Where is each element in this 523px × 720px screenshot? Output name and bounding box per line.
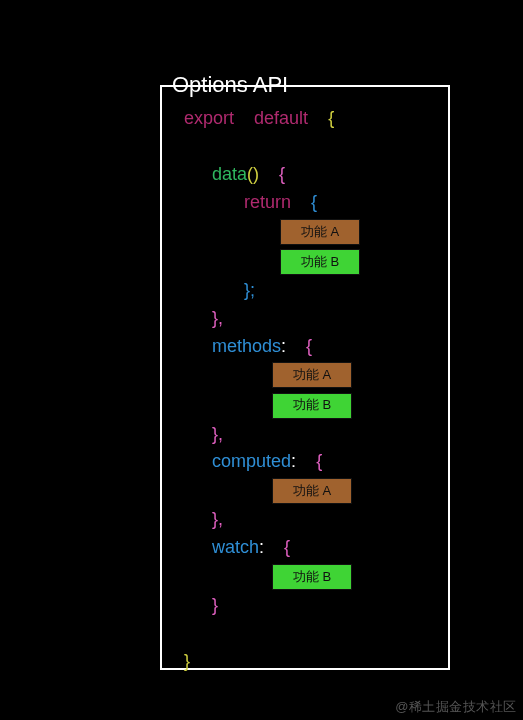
line-data: data() {: [184, 161, 438, 189]
data-parens: (): [247, 164, 259, 184]
line-watch: watch: {: [184, 534, 438, 562]
line-return: return {: [184, 189, 438, 217]
computed-feature-a-row: 功能 A: [184, 476, 438, 506]
colon-methods: :: [281, 336, 286, 356]
comma-computed: ,: [218, 509, 223, 529]
code-block: export default { data() { return { 功能 A …: [184, 105, 438, 676]
line-return-close: };: [184, 277, 438, 305]
line-computed-close: },: [184, 506, 438, 534]
line-methods: methods: {: [184, 333, 438, 361]
brace-open-watch: {: [284, 537, 290, 557]
options-api-panel: export default { data() { return { 功能 A …: [160, 85, 450, 670]
brace-open-methods: {: [306, 336, 312, 356]
feature-tag-a: 功能 A: [272, 362, 352, 388]
semicolon: ;: [250, 280, 255, 300]
brace-open-main: {: [328, 108, 334, 128]
data-feature-a-row: 功能 A: [184, 217, 438, 247]
feature-tag-b: 功能 B: [280, 249, 360, 275]
brace-open-data: {: [279, 164, 285, 184]
brace-open-computed: {: [316, 451, 322, 471]
keyword-methods: methods: [212, 336, 281, 356]
line-main-close: }: [184, 648, 438, 676]
methods-feature-b-row: 功能 B: [184, 390, 438, 420]
keyword-watch: watch: [212, 537, 259, 557]
line-methods-close: },: [184, 421, 438, 449]
feature-tag-a: 功能 A: [272, 478, 352, 504]
keyword-data: data: [212, 164, 247, 184]
data-feature-b-row: 功能 B: [184, 247, 438, 277]
brace-close-main: }: [184, 651, 190, 671]
line-watch-close: }: [184, 592, 438, 620]
brace-close-watch: }: [212, 595, 218, 615]
line-computed: computed: {: [184, 448, 438, 476]
keyword-export: export: [184, 108, 234, 128]
keyword-default: default: [254, 108, 308, 128]
keyword-return: return: [244, 192, 291, 212]
brace-open-return: {: [311, 192, 317, 212]
feature-tag-b: 功能 B: [272, 393, 352, 419]
methods-feature-a-row: 功能 A: [184, 360, 438, 390]
colon-watch: :: [259, 537, 264, 557]
line-export: export default {: [184, 105, 438, 133]
comma-methods: ,: [218, 424, 223, 444]
feature-tag-b: 功能 B: [272, 564, 352, 590]
blank-line-2: [184, 620, 438, 648]
line-data-close: },: [184, 305, 438, 333]
colon-computed: :: [291, 451, 296, 471]
watch-feature-b-row: 功能 B: [184, 562, 438, 592]
watermark: @稀土掘金技术社区: [395, 698, 517, 716]
keyword-computed: computed: [212, 451, 291, 471]
feature-tag-a: 功能 A: [280, 219, 360, 245]
comma-data: ,: [218, 308, 223, 328]
blank-line-1: [184, 133, 438, 161]
